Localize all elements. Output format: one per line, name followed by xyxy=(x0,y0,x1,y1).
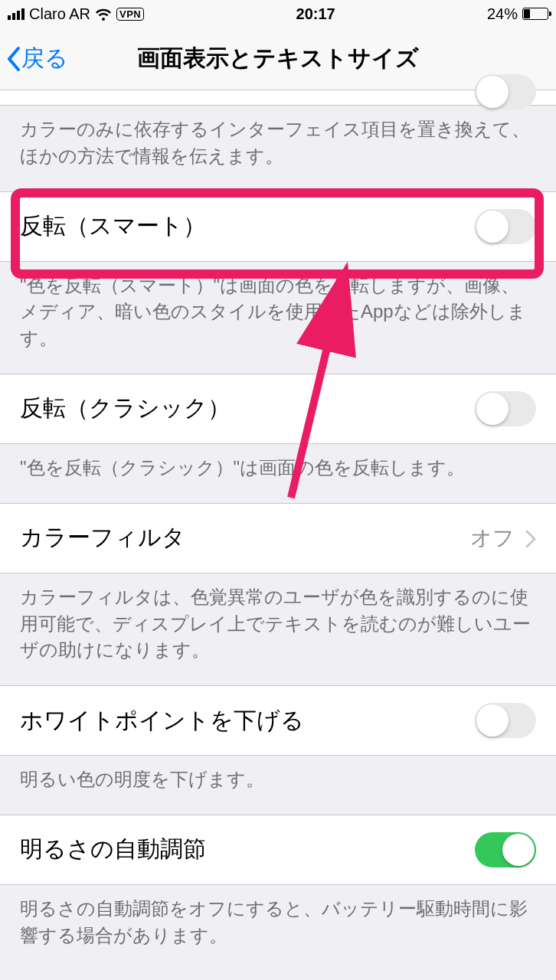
settings-content: カラーのみに依存するインターフェイス項目を置き換えて、ほかの方法で情報を伝えます… xyxy=(0,90,556,971)
previous-cell-peek xyxy=(0,90,556,106)
back-label: 戻る xyxy=(21,43,68,74)
cellular-signal-icon xyxy=(8,8,25,20)
value-text: オフ xyxy=(470,524,515,553)
battery-percent: 24% xyxy=(487,5,518,23)
row-label: 明るさの自動調節 xyxy=(20,834,206,865)
toggle-switch[interactable] xyxy=(475,74,536,109)
page-title: 画面表示とテキストサイズ xyxy=(137,43,419,74)
row-label: カラーフィルタ xyxy=(20,522,185,554)
toggle-switch[interactable] xyxy=(475,209,536,244)
row-auto-brightness[interactable]: 明るさの自動調節 xyxy=(0,815,556,885)
status-left: Claro AR VPN xyxy=(8,5,144,23)
section-footer: "色を反転（スマート）"は画面の色を反転しますが、画像、メディア、暗い色のスタイ… xyxy=(0,262,556,374)
chevron-left-icon xyxy=(6,46,21,72)
row-smart-invert[interactable]: 反転（スマート） xyxy=(0,191,556,262)
nav-bar: 戻る 画面表示とテキストサイズ xyxy=(0,28,556,90)
section-footer: "色を反転（クラシック）"は画面の色を反転します。 xyxy=(0,444,556,503)
row-label: 反転（クラシック） xyxy=(20,393,231,424)
section-footer: 明るい色の明度を下げます。 xyxy=(0,756,556,815)
toggle-switch[interactable] xyxy=(475,832,536,867)
row-value: オフ xyxy=(470,524,536,553)
row-white-point[interactable]: ホワイトポイントを下げる xyxy=(0,685,556,756)
wifi-icon xyxy=(95,5,112,23)
status-bar: Claro AR VPN 20:17 24% xyxy=(0,0,556,28)
back-button[interactable]: 戻る xyxy=(6,28,68,90)
toggle-switch[interactable] xyxy=(475,703,536,738)
section-footer: カラーフィルタは、色覚異常のユーザが色を識別するのに使用可能で、ディスプレイ上で… xyxy=(0,573,556,685)
row-label: ホワイトポイントを下げる xyxy=(20,705,304,737)
clock: 20:17 xyxy=(296,5,335,23)
vpn-icon: VPN xyxy=(116,8,144,21)
carrier-label: Claro AR xyxy=(29,5,90,23)
chevron-right-icon xyxy=(525,529,536,547)
row-classic-invert[interactable]: 反転（クラシック） xyxy=(0,374,556,444)
row-label: 反転（スマート） xyxy=(20,211,206,242)
battery-icon xyxy=(522,8,548,20)
status-right: 24% xyxy=(487,5,548,23)
section-footer: カラーのみに依存するインターフェイス項目を置き換えて、ほかの方法で情報を伝えます… xyxy=(0,106,556,191)
row-color-filter[interactable]: カラーフィルタ オフ xyxy=(0,503,556,573)
toggle-switch[interactable] xyxy=(475,391,536,426)
section-footer: 明るさの自動調節をオフにすると、バッテリー駆動時間に影響する場合があります。 xyxy=(0,885,556,971)
